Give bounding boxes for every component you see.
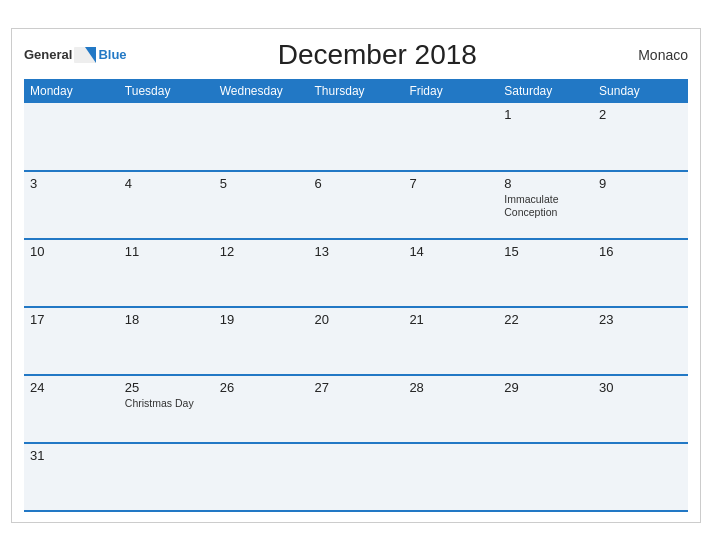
calendar-cell: 15 — [498, 239, 593, 307]
calendar-cell: 24 — [24, 375, 119, 443]
day-number: 25 — [125, 380, 208, 395]
calendar-cell — [593, 443, 688, 511]
calendar-header: General Blue December 2018 Monaco — [24, 39, 688, 71]
calendar-cell — [309, 443, 404, 511]
weekday-header-thursday: Thursday — [309, 79, 404, 103]
calendar-cell: 1 — [498, 103, 593, 171]
day-number: 30 — [599, 380, 682, 395]
calendar-cell: 23 — [593, 307, 688, 375]
calendar-cell — [309, 103, 404, 171]
calendar-cell — [403, 103, 498, 171]
day-number: 1 — [504, 107, 587, 122]
weekday-header-monday: Monday — [24, 79, 119, 103]
day-number: 11 — [125, 244, 208, 259]
calendar-cell — [498, 443, 593, 511]
weekday-header-sunday: Sunday — [593, 79, 688, 103]
weekday-header-saturday: Saturday — [498, 79, 593, 103]
week-row-1: 12 — [24, 103, 688, 171]
calendar-country: Monaco — [628, 47, 688, 63]
logo-blue-text: Blue — [98, 47, 126, 62]
logo: General Blue — [24, 47, 127, 63]
day-number: 29 — [504, 380, 587, 395]
week-row-6: 31 — [24, 443, 688, 511]
calendar-cell: 6 — [309, 171, 404, 239]
calendar-cell: 20 — [309, 307, 404, 375]
day-number: 19 — [220, 312, 303, 327]
day-number: 4 — [125, 176, 208, 191]
weekday-header-wednesday: Wednesday — [214, 79, 309, 103]
logo-general-text: General — [24, 47, 72, 62]
day-number: 27 — [315, 380, 398, 395]
day-number: 8 — [504, 176, 587, 191]
day-number: 18 — [125, 312, 208, 327]
day-number: 2 — [599, 107, 682, 122]
logo-flag-icon — [74, 47, 96, 63]
day-number: 23 — [599, 312, 682, 327]
day-number: 5 — [220, 176, 303, 191]
calendar-cell: 5 — [214, 171, 309, 239]
calendar-cell: 7 — [403, 171, 498, 239]
week-row-5: 2425Christmas Day2627282930 — [24, 375, 688, 443]
day-number: 12 — [220, 244, 303, 259]
calendar-cell: 11 — [119, 239, 214, 307]
day-number: 7 — [409, 176, 492, 191]
calendar-cell: 26 — [214, 375, 309, 443]
week-row-3: 10111213141516 — [24, 239, 688, 307]
calendar-cell — [214, 103, 309, 171]
day-number: 24 — [30, 380, 113, 395]
calendar-cell — [403, 443, 498, 511]
calendar-cell: 30 — [593, 375, 688, 443]
day-number: 14 — [409, 244, 492, 259]
calendar-cell: 27 — [309, 375, 404, 443]
day-number: 13 — [315, 244, 398, 259]
day-number: 3 — [30, 176, 113, 191]
calendar-cell: 12 — [214, 239, 309, 307]
calendar-cell: 8Immaculate Conception — [498, 171, 593, 239]
calendar-title: December 2018 — [127, 39, 628, 71]
day-number: 9 — [599, 176, 682, 191]
day-number: 16 — [599, 244, 682, 259]
week-row-4: 17181920212223 — [24, 307, 688, 375]
holiday-name: Christmas Day — [125, 397, 208, 411]
day-number: 21 — [409, 312, 492, 327]
day-number: 28 — [409, 380, 492, 395]
day-number: 6 — [315, 176, 398, 191]
calendar-table: MondayTuesdayWednesdayThursdayFridaySatu… — [24, 79, 688, 512]
weekday-header-row: MondayTuesdayWednesdayThursdayFridaySatu… — [24, 79, 688, 103]
calendar-cell: 9 — [593, 171, 688, 239]
day-number: 10 — [30, 244, 113, 259]
calendar-cell: 14 — [403, 239, 498, 307]
calendar-cell: 4 — [119, 171, 214, 239]
calendar-cell: 28 — [403, 375, 498, 443]
calendar-cell: 3 — [24, 171, 119, 239]
weekday-header-friday: Friday — [403, 79, 498, 103]
calendar-cell: 19 — [214, 307, 309, 375]
calendar-cell — [119, 443, 214, 511]
calendar-cell: 18 — [119, 307, 214, 375]
calendar-cell: 17 — [24, 307, 119, 375]
calendar-cell — [24, 103, 119, 171]
day-number: 17 — [30, 312, 113, 327]
calendar-cell: 10 — [24, 239, 119, 307]
day-number: 31 — [30, 448, 113, 463]
calendar-cell: 31 — [24, 443, 119, 511]
calendar-container: General Blue December 2018 Monaco Monday… — [11, 28, 701, 523]
day-number: 26 — [220, 380, 303, 395]
calendar-cell — [214, 443, 309, 511]
week-row-2: 345678Immaculate Conception9 — [24, 171, 688, 239]
calendar-cell: 22 — [498, 307, 593, 375]
calendar-cell: 13 — [309, 239, 404, 307]
holiday-name: Immaculate Conception — [504, 193, 587, 220]
day-number: 15 — [504, 244, 587, 259]
calendar-cell: 21 — [403, 307, 498, 375]
calendar-cell — [119, 103, 214, 171]
calendar-cell: 16 — [593, 239, 688, 307]
day-number: 20 — [315, 312, 398, 327]
day-number: 22 — [504, 312, 587, 327]
weekday-header-tuesday: Tuesday — [119, 79, 214, 103]
calendar-cell: 29 — [498, 375, 593, 443]
calendar-cell: 2 — [593, 103, 688, 171]
calendar-cell: 25Christmas Day — [119, 375, 214, 443]
